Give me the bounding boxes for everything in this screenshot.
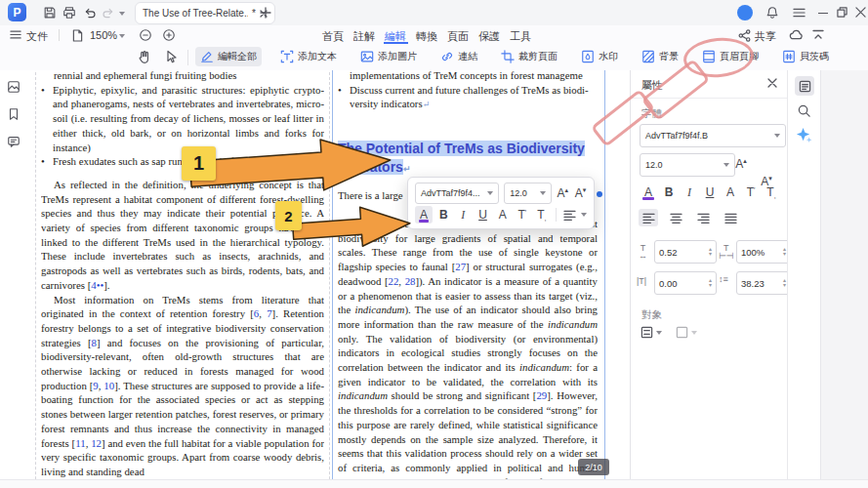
object-section-label: 對象 — [641, 308, 662, 322]
subscript-icon[interactable]: T, — [762, 183, 781, 201]
background-button[interactable]: 背景 — [637, 47, 683, 66]
bates-number-button[interactable]: 貝茨碼 — [777, 47, 834, 66]
properties-tab-icon[interactable] — [795, 76, 814, 96]
crop-page-button[interactable]: 裁剪頁面 — [496, 47, 562, 66]
alignment-row — [639, 209, 740, 226]
bold-icon[interactable]: B — [434, 206, 452, 224]
font-family-select[interactable]: AdvTTaf7f9f4... — [415, 183, 499, 204]
superscript-icon[interactable]: T′ — [741, 183, 761, 201]
user-avatar[interactable] — [737, 5, 753, 20]
active-tab-underline — [384, 42, 408, 44]
align-right-icon[interactable] — [693, 209, 713, 226]
bullet-text: Discuss current and future challenges of… — [350, 83, 598, 112]
ribbon-tab-home[interactable]: 首頁 — [322, 29, 344, 44]
floating-format-toolbar: AdvTTaf7f9f4... 12.0 A▴ A▾ A B I U A T′ … — [407, 177, 595, 229]
align-center-icon[interactable] — [666, 209, 685, 226]
file-menu[interactable]: 文件 — [26, 29, 48, 44]
cloud-icon[interactable] — [789, 28, 804, 41]
horizontal-scale-input[interactable]: 100%▴▾ — [736, 240, 791, 264]
line-spacing-input[interactable]: 38.23▴▾ — [736, 271, 791, 295]
document-tab[interactable]: The Use of Tree-Relate... * — [135, 2, 275, 24]
share-button[interactable]: 共享 — [755, 29, 776, 44]
underline-icon[interactable]: U — [700, 183, 720, 201]
status-bar — [0, 479, 868, 488]
new-tab-icon[interactable] — [260, 7, 271, 19]
properties-panel: 屬性 字體 AdvTTaf7f9f4f.B 12.0 A▴ A▾ A B I U… — [630, 70, 788, 479]
paragraph-continuation: implementations of TreM concepts in fore… — [350, 70, 598, 83]
restore-button[interactable] — [837, 7, 847, 18]
undo-icon[interactable] — [84, 7, 97, 20]
font-size-select[interactable]: 12.0 — [640, 153, 735, 177]
close-button[interactable] — [855, 7, 866, 18]
modified-marker: * — [252, 8, 256, 19]
select-tool-icon[interactable] — [165, 50, 179, 64]
ribbon-tab-tools[interactable]: 工具 — [510, 29, 531, 44]
add-image-button[interactable]: 添加圖片 — [355, 47, 422, 66]
history-dropdown-icon[interactable] — [119, 12, 125, 16]
title-bar: P The Use of Tree-Relate... * — [0, 0, 868, 25]
save-icon[interactable] — [43, 6, 57, 20]
link-button[interactable]: 連結 — [435, 47, 482, 66]
italic-icon[interactable]: I — [680, 183, 699, 201]
ribbon-tab-convert[interactable]: 轉換 — [416, 29, 437, 44]
word-spacing-input[interactable]: 0.00▴▾ — [654, 271, 717, 295]
decrease-font-icon[interactable]: A▾ — [574, 184, 587, 202]
increase-font-icon[interactable]: A▴ — [732, 155, 750, 173]
redo-icon[interactable] — [102, 7, 114, 20]
char-spacing-input[interactable]: 0.52▴▾ — [654, 240, 717, 264]
strikethrough-icon[interactable]: A — [494, 206, 512, 224]
search-icon[interactable] — [797, 103, 811, 118]
superscript-icon[interactable]: T′ — [514, 206, 531, 224]
hand-tool-icon[interactable] — [137, 50, 151, 64]
divider — [59, 29, 60, 41]
word-spacing-icon: |T| — [637, 277, 646, 285]
zoom-level-value[interactable]: 150% — [90, 29, 117, 41]
bookmarks-icon[interactable] — [7, 107, 21, 121]
alignment-icon[interactable] — [561, 206, 579, 224]
underline-icon[interactable]: U — [474, 206, 491, 224]
panel-close-icon[interactable] — [767, 78, 777, 88]
pdf-editor-window: P The Use of Tree-Relate... * — [0, 0, 868, 488]
comments-icon[interactable] — [7, 135, 21, 148]
zoom-dropdown-icon[interactable] — [119, 34, 125, 38]
font-color-icon[interactable]: A — [639, 183, 658, 201]
bold-icon[interactable]: B — [659, 183, 679, 201]
increase-font-icon[interactable]: A▴ — [557, 184, 569, 202]
file-menu-icon[interactable] — [10, 29, 21, 40]
font-color-icon[interactable]: A — [415, 206, 433, 224]
minimize-button[interactable] — [818, 13, 828, 14]
ribbon-tab-protect[interactable]: 保護 — [478, 29, 500, 44]
ai-assistant-icon[interactable] — [796, 127, 812, 143]
ribbon-tab-page[interactable]: 頁面 — [447, 29, 469, 44]
ribbon-tab-comment[interactable]: 註解 — [353, 29, 375, 44]
right-icon-strip — [787, 70, 821, 479]
notification-bell-icon[interactable] — [765, 6, 779, 20]
object-tools-row — [641, 326, 697, 339]
watermark-button[interactable]: 水印 — [576, 47, 623, 66]
annotation-arrow-2 — [283, 195, 419, 259]
subscript-icon[interactable]: T, — [533, 206, 551, 224]
divider — [187, 50, 188, 65]
align-justify-icon[interactable] — [721, 209, 740, 226]
strikethrough-icon[interactable]: A — [721, 183, 740, 201]
zoom-out-icon[interactable] — [139, 28, 152, 42]
italic-icon[interactable]: I — [454, 206, 472, 224]
collapse-toolbar-icon[interactable] — [812, 29, 824, 41]
zoom-in-icon[interactable] — [162, 28, 176, 42]
add-text-button[interactable]: 添加文本 — [275, 47, 342, 66]
object-align-icon[interactable] — [641, 326, 662, 339]
selection-handle[interactable] — [597, 191, 602, 197]
font-family-select[interactable]: AdvTTaf7f9f4f.B — [640, 124, 786, 147]
page-thumbnails-icon[interactable] — [7, 80, 21, 94]
alignment-dropdown-icon[interactable] — [581, 213, 587, 217]
divider — [556, 208, 557, 222]
edit-all-button[interactable]: 編輯全部 — [195, 47, 262, 66]
page-fit-icon[interactable] — [72, 29, 83, 42]
object-arrange-icon[interactable] — [676, 326, 697, 339]
paragraph: tempts have been made to develop indicat… — [338, 217, 598, 479]
print-icon[interactable] — [62, 6, 76, 20]
font-size-select[interactable]: 12.0 — [504, 183, 551, 204]
left-sidebar — [0, 70, 28, 479]
hamburger-menu-icon[interactable] — [793, 7, 806, 19]
align-left-icon[interactable] — [639, 209, 658, 226]
